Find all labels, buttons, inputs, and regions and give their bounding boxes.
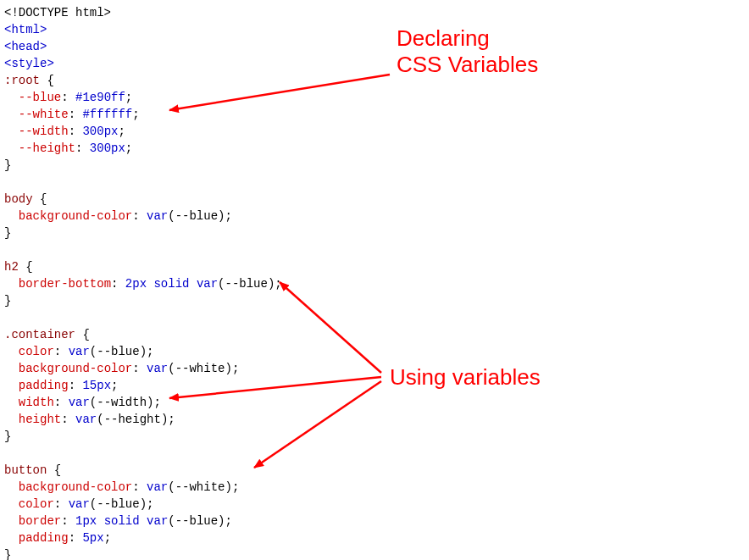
code-line: padding: 15px; (4, 379, 118, 392)
code-line: h2 { (4, 260, 33, 274)
code-line: border: 1px solid var(--blue); (4, 514, 232, 528)
code-line: } (4, 548, 11, 560)
code-line: body { (4, 192, 47, 206)
code-line: } (4, 430, 11, 443)
code-line: background-color: var(--blue); (4, 209, 232, 223)
code-block: <!DOCTYPE html> <html> <head> <style> :r… (4, 4, 282, 560)
code-line: background-color: var(--white); (4, 480, 239, 494)
code-line: background-color: var(--white); (4, 362, 239, 375)
code-line: color: var(--blue); (4, 345, 153, 358)
code-line: color: var(--blue); (4, 497, 153, 511)
arrow-icon (280, 282, 381, 373)
annotation-text: CSS Variables (397, 52, 538, 77)
code-line: :root { (4, 74, 54, 87)
code-line: width: var(--width); (4, 396, 161, 409)
code-line: <head> (4, 40, 47, 53)
code-line: } (4, 294, 11, 308)
code-line: height: var(--height); (4, 413, 175, 426)
code-line: --blue: #1e90ff; (4, 91, 132, 104)
code-line: <!DOCTYPE html> (4, 6, 111, 19)
code-line: .container { (4, 328, 90, 341)
code-line: --height: 300px; (4, 141, 132, 155)
code-line: border-bottom: 2px solid var(--blue); (4, 277, 282, 291)
code-line: --width: 300px; (4, 125, 125, 138)
code-line: --white: #ffffff; (4, 108, 140, 121)
code-line: } (4, 158, 11, 172)
code-line: } (4, 226, 11, 240)
annotation-text: Declaring (397, 25, 490, 51)
code-line: padding: 5px; (4, 531, 111, 545)
annotation-text: Using variables (390, 364, 541, 390)
annotation-declaring: Declaring CSS Variables (397, 25, 538, 78)
code-line: <style> (4, 57, 54, 70)
code-line: button { (4, 463, 61, 477)
annotation-using: Using variables (390, 364, 541, 391)
code-line: <html> (4, 23, 47, 36)
